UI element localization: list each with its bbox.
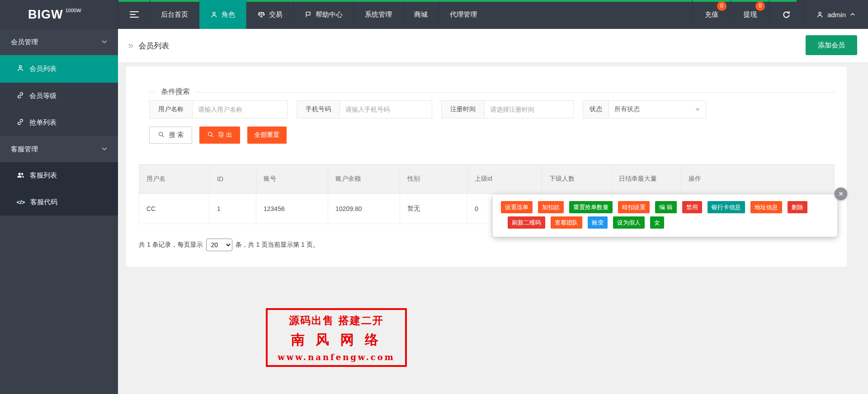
page-size-select[interactable]: 20 <box>206 239 232 251</box>
col-gender: 性别 <box>400 164 467 194</box>
watermark-line-3: www.nanfengw.com <box>268 352 405 362</box>
watermark-line-2: 南 风 网 络 <box>268 331 405 349</box>
main-nav-tabs: 后台首页 角色 交易 帮助中心 系统管理 商城 代理管理 <box>150 0 488 29</box>
search-inputs-row: 用户名称 手机号码 注册时间 状态 所有状态 <box>149 100 836 118</box>
popup-row-2: 刷新二维码 查看团队 账变 设为假人 女 <box>508 216 837 229</box>
cell-account: 123456 <box>256 194 328 224</box>
action-view-team[interactable]: 查看团队 <box>551 216 582 229</box>
table-header-row: 用户名 ID 账号 账户余额 性别 上级id 下级人数 日结单最大量 操作 <box>139 164 835 194</box>
cell-balance: 10209.80 <box>328 194 400 224</box>
username-input[interactable] <box>193 100 288 118</box>
sidebar-collapse-toggle[interactable] <box>118 0 150 29</box>
pagination-prefix: 共 1 条记录，每页显示 <box>139 241 203 249</box>
search-fieldset: 条件搜索 用户名称 手机号码 注册时间 状态 <box>149 92 836 144</box>
code-icon: </> <box>16 199 25 206</box>
search-button[interactable]: 搜 索 <box>149 127 192 144</box>
sidebar-item-member-level[interactable]: 会员等级 <box>0 83 118 109</box>
logo-superscript: 1000W <box>66 8 81 13</box>
tab-roles[interactable]: 角色 <box>199 0 246 29</box>
page: BIGW 1000W 后台首页 角色 交易 帮助中心 <box>0 0 868 394</box>
watermark-line-1: 源码出售 搭建二开 <box>268 314 405 328</box>
row-actions-popup: 设置连单 加扣款 重置抢单数量 暗扣设置 编 辑 禁用 银行卡信息 地址信息 删… <box>493 195 837 237</box>
watermark-box: 源码出售 搭建二开 南 风 网 络 www.nanfengw.com <box>266 308 407 367</box>
sidebar-group-service-manage[interactable]: 客服管理 <box>0 136 118 162</box>
field-register-time: 注册时间 <box>441 100 574 118</box>
navbar-right: 充值 0 提现 0 admin <box>692 0 868 29</box>
tab-label: 帮助中心 <box>316 10 343 19</box>
breadcrumb-bar: » 会员列表 添加会员 <box>118 29 868 63</box>
col-account: 账号 <box>256 164 328 194</box>
cell-id: 1 <box>210 194 256 224</box>
phone-input[interactable] <box>340 100 432 118</box>
tab-agent-manage[interactable]: 代理管理 <box>439 0 488 29</box>
tab-system-manage[interactable]: 系统管理 <box>354 0 403 29</box>
withdraw-badge: 0 <box>755 1 765 11</box>
sidebar-item-service-code[interactable]: </> 客服代码 <box>0 189 118 216</box>
admin-username: admin <box>827 11 846 19</box>
add-member-button[interactable]: 添加会员 <box>806 35 857 55</box>
action-set-fake-user[interactable]: 设为假人 <box>613 216 645 229</box>
action-reset-grab-count[interactable]: 重置抢单数量 <box>569 201 613 213</box>
tab-help-center[interactable]: 帮助中心 <box>294 0 354 29</box>
col-daily-max: 日结单最大量 <box>612 164 681 194</box>
sidebar-group-member-manage[interactable]: 会员管理 <box>0 29 118 55</box>
popup-close-button[interactable]: ✕ <box>835 188 847 200</box>
app-logo: BIGW 1000W <box>0 0 118 29</box>
reset-button-label: 全部重置 <box>255 131 280 139</box>
chevron-down-icon <box>101 38 108 47</box>
action-refresh-qrcode[interactable]: 刷新二维码 <box>508 216 545 229</box>
action-address-info[interactable]: 地址信息 <box>750 201 782 213</box>
action-bank-card-info[interactable]: 银行卡信息 <box>708 201 745 213</box>
chevron-up-icon <box>849 11 856 18</box>
logo-text: BIGW <box>28 8 63 22</box>
cell-username: CC <box>139 194 210 224</box>
action-account-change[interactable]: 账变 <box>588 216 608 229</box>
status-select[interactable]: 所有状态 <box>609 100 706 118</box>
sidebar-item-label: 客服代码 <box>30 198 57 206</box>
group-label: 客服管理 <box>11 145 38 154</box>
sidebar-item-member-list[interactable]: 会员列表 <box>0 55 118 83</box>
export-button[interactable]: 导 出 <box>199 127 240 144</box>
field-phone: 手机号码 <box>297 100 432 118</box>
action-add-deduct-money[interactable]: 加扣款 <box>538 201 564 213</box>
field-phone-label: 手机号码 <box>297 100 340 118</box>
recharge-label: 充值 <box>705 10 718 19</box>
sidebar-item-service-list[interactable]: 客服列表 <box>0 162 118 189</box>
col-actions: 操作 <box>681 164 835 194</box>
action-edit[interactable]: 编 辑 <box>655 201 677 213</box>
register-time-input[interactable] <box>485 100 574 118</box>
tab-label: 交易 <box>269 10 283 19</box>
col-id: ID <box>210 164 256 194</box>
group-label: 会员管理 <box>11 38 38 47</box>
link-icon <box>16 118 24 127</box>
action-set-chain-order[interactable]: 设置连单 <box>501 201 533 213</box>
pagination-bar: 共 1 条记录，每页显示 20 条，共 1 页当前显示第 1 页。 <box>139 239 847 251</box>
search-button-label: 搜 索 <box>169 131 184 139</box>
refresh-button[interactable] <box>769 0 803 29</box>
tab-label: 代理管理 <box>450 10 477 19</box>
pagination-suffix: 条，共 1 页当前显示第 1 页。 <box>236 241 319 249</box>
reset-all-button[interactable]: 全部重置 <box>247 127 287 144</box>
breadcrumb-separator-icon: » <box>128 41 133 51</box>
tab-trade[interactable]: 交易 <box>246 0 294 29</box>
field-status: 状态 所有状态 <box>583 100 706 118</box>
action-gender-female[interactable]: 女 <box>650 216 664 229</box>
sidebar-item-label: 客服列表 <box>30 171 57 180</box>
sidebar-item-label: 抢单列表 <box>29 118 57 127</box>
action-hidden-deduct-setting[interactable]: 暗扣设置 <box>618 201 650 213</box>
refresh-icon <box>782 10 791 19</box>
tab-mall[interactable]: 商城 <box>403 0 439 29</box>
withdraw-button[interactable]: 提现 0 <box>731 0 769 29</box>
tab-label: 后台首页 <box>161 10 188 19</box>
tab-dashboard[interactable]: 后台首页 <box>150 0 199 29</box>
export-button-label: 导 出 <box>218 131 232 139</box>
recharge-button[interactable]: 充值 0 <box>692 0 731 29</box>
sidebar: 会员管理 会员列表 会员等级 抢单列表 客服管理 客服列表 </> 客服代码 <box>0 29 118 394</box>
sidebar-item-grab-order-list[interactable]: 抢单列表 <box>0 109 118 136</box>
action-disable[interactable]: 禁用 <box>682 201 702 213</box>
admin-menu[interactable]: admin <box>803 0 868 29</box>
link-icon <box>16 91 24 101</box>
page-title: 会员列表 <box>138 41 169 51</box>
tab-label: 商城 <box>414 10 428 19</box>
action-delete[interactable]: 删除 <box>788 201 807 213</box>
